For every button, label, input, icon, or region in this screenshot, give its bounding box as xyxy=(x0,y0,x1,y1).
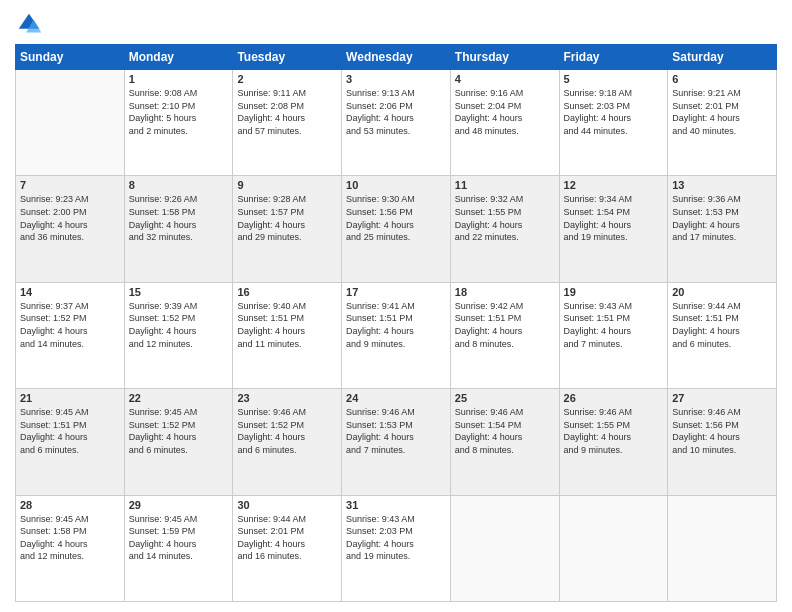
day-cell-27: 27Sunrise: 9:46 AM Sunset: 1:56 PM Dayli… xyxy=(668,389,777,495)
day-cell-12: 12Sunrise: 9:34 AM Sunset: 1:54 PM Dayli… xyxy=(559,176,668,282)
day-info: Sunrise: 9:43 AM Sunset: 1:51 PM Dayligh… xyxy=(564,300,664,350)
day-cell-15: 15Sunrise: 9:39 AM Sunset: 1:52 PM Dayli… xyxy=(124,282,233,388)
day-cell-10: 10Sunrise: 9:30 AM Sunset: 1:56 PM Dayli… xyxy=(342,176,451,282)
day-cell-18: 18Sunrise: 9:42 AM Sunset: 1:51 PM Dayli… xyxy=(450,282,559,388)
day-info: Sunrise: 9:08 AM Sunset: 2:10 PM Dayligh… xyxy=(129,87,229,137)
day-cell-14: 14Sunrise: 9:37 AM Sunset: 1:52 PM Dayli… xyxy=(16,282,125,388)
day-info: Sunrise: 9:28 AM Sunset: 1:57 PM Dayligh… xyxy=(237,193,337,243)
day-number: 7 xyxy=(20,179,120,191)
day-number: 25 xyxy=(455,392,555,404)
calendar-row-3: 21Sunrise: 9:45 AM Sunset: 1:51 PM Dayli… xyxy=(16,389,777,495)
day-cell-3: 3Sunrise: 9:13 AM Sunset: 2:06 PM Daylig… xyxy=(342,70,451,176)
day-info: Sunrise: 9:39 AM Sunset: 1:52 PM Dayligh… xyxy=(129,300,229,350)
day-info: Sunrise: 9:40 AM Sunset: 1:51 PM Dayligh… xyxy=(237,300,337,350)
day-info: Sunrise: 9:46 AM Sunset: 1:54 PM Dayligh… xyxy=(455,406,555,456)
day-number: 5 xyxy=(564,73,664,85)
day-number: 29 xyxy=(129,499,229,511)
day-info: Sunrise: 9:43 AM Sunset: 2:03 PM Dayligh… xyxy=(346,513,446,563)
day-cell-16: 16Sunrise: 9:40 AM Sunset: 1:51 PM Dayli… xyxy=(233,282,342,388)
day-number: 26 xyxy=(564,392,664,404)
col-header-sunday: Sunday xyxy=(16,45,125,70)
day-info: Sunrise: 9:45 AM Sunset: 1:51 PM Dayligh… xyxy=(20,406,120,456)
day-info: Sunrise: 9:34 AM Sunset: 1:54 PM Dayligh… xyxy=(564,193,664,243)
day-info: Sunrise: 9:46 AM Sunset: 1:53 PM Dayligh… xyxy=(346,406,446,456)
day-number: 9 xyxy=(237,179,337,191)
day-cell-7: 7Sunrise: 9:23 AM Sunset: 2:00 PM Daylig… xyxy=(16,176,125,282)
day-number: 21 xyxy=(20,392,120,404)
calendar-table: SundayMondayTuesdayWednesdayThursdayFrid… xyxy=(15,44,777,602)
col-header-saturday: Saturday xyxy=(668,45,777,70)
empty-cell xyxy=(559,495,668,601)
day-info: Sunrise: 9:21 AM Sunset: 2:01 PM Dayligh… xyxy=(672,87,772,137)
calendar-row-1: 7Sunrise: 9:23 AM Sunset: 2:00 PM Daylig… xyxy=(16,176,777,282)
logo-icon xyxy=(15,10,43,38)
day-number: 15 xyxy=(129,286,229,298)
day-cell-30: 30Sunrise: 9:44 AM Sunset: 2:01 PM Dayli… xyxy=(233,495,342,601)
day-info: Sunrise: 9:13 AM Sunset: 2:06 PM Dayligh… xyxy=(346,87,446,137)
day-number: 13 xyxy=(672,179,772,191)
day-number: 30 xyxy=(237,499,337,511)
day-number: 22 xyxy=(129,392,229,404)
logo xyxy=(15,10,47,38)
day-info: Sunrise: 9:16 AM Sunset: 2:04 PM Dayligh… xyxy=(455,87,555,137)
day-info: Sunrise: 9:23 AM Sunset: 2:00 PM Dayligh… xyxy=(20,193,120,243)
day-info: Sunrise: 9:30 AM Sunset: 1:56 PM Dayligh… xyxy=(346,193,446,243)
day-number: 19 xyxy=(564,286,664,298)
day-number: 4 xyxy=(455,73,555,85)
day-number: 3 xyxy=(346,73,446,85)
col-header-monday: Monday xyxy=(124,45,233,70)
day-cell-2: 2Sunrise: 9:11 AM Sunset: 2:08 PM Daylig… xyxy=(233,70,342,176)
day-number: 16 xyxy=(237,286,337,298)
day-cell-21: 21Sunrise: 9:45 AM Sunset: 1:51 PM Dayli… xyxy=(16,389,125,495)
day-number: 24 xyxy=(346,392,446,404)
day-info: Sunrise: 9:37 AM Sunset: 1:52 PM Dayligh… xyxy=(20,300,120,350)
day-info: Sunrise: 9:32 AM Sunset: 1:55 PM Dayligh… xyxy=(455,193,555,243)
calendar-row-0: 1Sunrise: 9:08 AM Sunset: 2:10 PM Daylig… xyxy=(16,70,777,176)
day-cell-29: 29Sunrise: 9:45 AM Sunset: 1:59 PM Dayli… xyxy=(124,495,233,601)
day-number: 12 xyxy=(564,179,664,191)
day-cell-13: 13Sunrise: 9:36 AM Sunset: 1:53 PM Dayli… xyxy=(668,176,777,282)
day-number: 1 xyxy=(129,73,229,85)
day-number: 20 xyxy=(672,286,772,298)
day-cell-28: 28Sunrise: 9:45 AM Sunset: 1:58 PM Dayli… xyxy=(16,495,125,601)
empty-cell xyxy=(450,495,559,601)
day-cell-26: 26Sunrise: 9:46 AM Sunset: 1:55 PM Dayli… xyxy=(559,389,668,495)
day-cell-1: 1Sunrise: 9:08 AM Sunset: 2:10 PM Daylig… xyxy=(124,70,233,176)
day-info: Sunrise: 9:41 AM Sunset: 1:51 PM Dayligh… xyxy=(346,300,446,350)
day-cell-20: 20Sunrise: 9:44 AM Sunset: 1:51 PM Dayli… xyxy=(668,282,777,388)
col-header-thursday: Thursday xyxy=(450,45,559,70)
day-info: Sunrise: 9:11 AM Sunset: 2:08 PM Dayligh… xyxy=(237,87,337,137)
day-info: Sunrise: 9:44 AM Sunset: 2:01 PM Dayligh… xyxy=(237,513,337,563)
col-header-wednesday: Wednesday xyxy=(342,45,451,70)
day-info: Sunrise: 9:46 AM Sunset: 1:55 PM Dayligh… xyxy=(564,406,664,456)
day-info: Sunrise: 9:45 AM Sunset: 1:58 PM Dayligh… xyxy=(20,513,120,563)
empty-cell xyxy=(16,70,125,176)
day-number: 14 xyxy=(20,286,120,298)
day-cell-25: 25Sunrise: 9:46 AM Sunset: 1:54 PM Dayli… xyxy=(450,389,559,495)
day-info: Sunrise: 9:42 AM Sunset: 1:51 PM Dayligh… xyxy=(455,300,555,350)
header xyxy=(15,10,777,38)
page: SundayMondayTuesdayWednesdayThursdayFrid… xyxy=(0,0,792,612)
col-header-friday: Friday xyxy=(559,45,668,70)
day-cell-23: 23Sunrise: 9:46 AM Sunset: 1:52 PM Dayli… xyxy=(233,389,342,495)
day-number: 28 xyxy=(20,499,120,511)
day-cell-5: 5Sunrise: 9:18 AM Sunset: 2:03 PM Daylig… xyxy=(559,70,668,176)
day-info: Sunrise: 9:45 AM Sunset: 1:59 PM Dayligh… xyxy=(129,513,229,563)
day-number: 6 xyxy=(672,73,772,85)
day-cell-24: 24Sunrise: 9:46 AM Sunset: 1:53 PM Dayli… xyxy=(342,389,451,495)
day-info: Sunrise: 9:46 AM Sunset: 1:52 PM Dayligh… xyxy=(237,406,337,456)
day-cell-8: 8Sunrise: 9:26 AM Sunset: 1:58 PM Daylig… xyxy=(124,176,233,282)
day-number: 27 xyxy=(672,392,772,404)
day-number: 2 xyxy=(237,73,337,85)
day-info: Sunrise: 9:45 AM Sunset: 1:52 PM Dayligh… xyxy=(129,406,229,456)
day-cell-31: 31Sunrise: 9:43 AM Sunset: 2:03 PM Dayli… xyxy=(342,495,451,601)
day-cell-22: 22Sunrise: 9:45 AM Sunset: 1:52 PM Dayli… xyxy=(124,389,233,495)
day-info: Sunrise: 9:44 AM Sunset: 1:51 PM Dayligh… xyxy=(672,300,772,350)
day-number: 17 xyxy=(346,286,446,298)
day-cell-17: 17Sunrise: 9:41 AM Sunset: 1:51 PM Dayli… xyxy=(342,282,451,388)
day-number: 11 xyxy=(455,179,555,191)
day-cell-4: 4Sunrise: 9:16 AM Sunset: 2:04 PM Daylig… xyxy=(450,70,559,176)
col-header-tuesday: Tuesday xyxy=(233,45,342,70)
day-info: Sunrise: 9:26 AM Sunset: 1:58 PM Dayligh… xyxy=(129,193,229,243)
empty-cell xyxy=(668,495,777,601)
